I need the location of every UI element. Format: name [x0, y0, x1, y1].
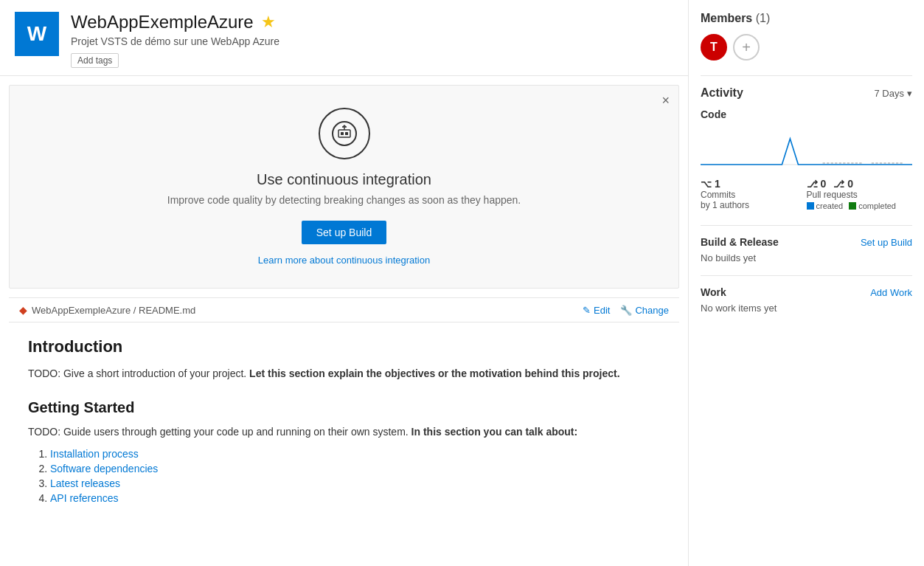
members-title: Members (1): [701, 12, 912, 25]
project-header: W WebAppExempleAzure ★ Projet VSTS de dé…: [0, 0, 688, 76]
build-section: Build & Release Set up Build No builds y…: [701, 225, 912, 263]
activity-chart: [701, 128, 912, 172]
readme-intro: TODO: Give a short introduction of your …: [28, 365, 660, 382]
list-item: API references: [50, 492, 660, 504]
star-icon[interactable]: ★: [261, 13, 276, 32]
pr-icon2: ⎇: [833, 179, 844, 190]
work-status: No work items yet: [701, 303, 912, 314]
setup-build-button[interactable]: Set up Build: [302, 221, 387, 244]
created-dot: [807, 202, 814, 210]
readme-header: ◆ WebAppExempleAzure / README.md ✎ Edit …: [9, 297, 679, 322]
add-work-button[interactable]: Add Work: [870, 287, 912, 298]
pencil-icon: ✎: [583, 305, 591, 316]
code-label: Code: [701, 108, 912, 120]
members-count: (1): [756, 12, 771, 24]
readme-path-text: WebAppExempleAzure / README.md: [32, 305, 195, 316]
list-item: Software dependencies: [50, 463, 660, 474]
commits-count: 1: [715, 178, 720, 190]
commits-sublabel: by 1 authors: [701, 200, 807, 210]
activity-title: Activity: [701, 86, 743, 100]
git-commit-icon: ⌥: [701, 179, 712, 190]
pr-stat: ⎇ 0 ⎇ 0 Pull requests created compl: [807, 178, 913, 210]
project-avatar: W: [15, 12, 59, 56]
readme-path: ◆ WebAppExempleAzure / README.md: [19, 304, 195, 316]
build-title: Build & Release: [701, 236, 779, 248]
list-item: Latest releases: [50, 477, 660, 489]
pr-created-count: 0: [821, 178, 827, 190]
members-section: Members (1) T +: [701, 12, 912, 61]
ci-title: Use continuous integration: [24, 171, 664, 188]
build-header: Build & Release Set up Build: [701, 236, 912, 248]
svg-rect-1: [338, 130, 350, 137]
list-item: Installation process: [50, 448, 660, 460]
commits-label: Commits: [701, 190, 807, 200]
setup-build-sidebar-button[interactable]: Set up Build: [861, 237, 912, 248]
ci-icon: [319, 108, 370, 159]
ci-subtitle: Improve code quality by detecting breaki…: [24, 194, 664, 206]
project-info: WebAppExempleAzure ★ Projet VSTS de démo…: [71, 12, 673, 68]
project-subtitle: Projet VSTS de démo sur une WebApp Azure: [71, 35, 673, 47]
work-title: Work: [701, 286, 726, 298]
ci-close-button[interactable]: ×: [661, 93, 670, 108]
readme-list: Installation process Software dependenci…: [50, 448, 660, 504]
ci-banner: × Use continuous integration Improve cod…: [9, 85, 679, 289]
readme-h2: Getting Started: [28, 399, 660, 416]
change-readme-button[interactable]: 🔧 Change: [620, 305, 669, 316]
svg-rect-2: [341, 132, 344, 135]
build-status: No builds yet: [701, 252, 912, 263]
readme-getting-started: TODO: Guide users through getting your c…: [28, 424, 660, 440]
pr-completed-legend: completed: [849, 201, 896, 210]
stats-row: ⌥ 1 Commits by 1 authors ⎇ 0 ⎇ 0 Pull re…: [701, 178, 912, 210]
svg-rect-3: [345, 132, 348, 135]
add-tags-button[interactable]: Add tags: [71, 53, 119, 68]
readme-h1: Introduction: [28, 337, 660, 356]
pr-icon: ⎇: [807, 179, 818, 190]
member-avatar[interactable]: T: [701, 34, 727, 61]
chevron-down-icon: ▾: [907, 88, 912, 99]
project-title: WebAppExempleAzure: [71, 12, 254, 32]
activity-period-dropdown[interactable]: 7 Days ▾: [875, 88, 912, 99]
activity-header: Activity 7 Days ▾: [701, 86, 912, 100]
sidebar: Members (1) T + Activity 7 Days ▾ Code: [688, 0, 924, 566]
commits-stat: ⌥ 1 Commits by 1 authors: [701, 178, 807, 210]
learn-more-link[interactable]: Learn more about continuous integration: [24, 255, 664, 266]
readme-actions: ✎ Edit 🔧 Change: [583, 305, 669, 316]
work-section: Work Add Work No work items yet: [701, 275, 912, 314]
pr-completed-count: 0: [847, 178, 853, 190]
add-member-button[interactable]: +: [733, 34, 760, 61]
activity-section: Activity 7 Days ▾ Code: [701, 75, 912, 210]
pr-created-legend: created: [807, 201, 844, 210]
edit-readme-button[interactable]: ✎ Edit: [583, 305, 610, 316]
readme-content: Introduction TODO: Give a short introduc…: [9, 322, 679, 522]
work-header: Work Add Work: [701, 286, 912, 298]
pr-label: Pull requests: [807, 190, 913, 200]
wrench-icon: 🔧: [620, 305, 632, 316]
members-row: T +: [701, 34, 912, 61]
completed-dot: [849, 202, 856, 210]
readme-path-icon: ◆: [19, 304, 27, 316]
